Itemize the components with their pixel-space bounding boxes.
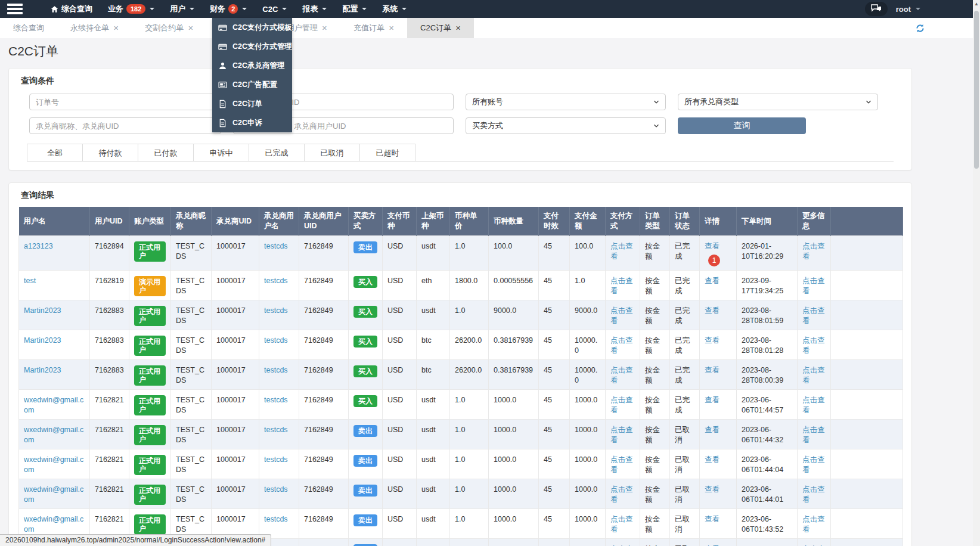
username-link[interactable]: Martin2023 (24, 306, 61, 315)
pay-method-link[interactable]: 点击查看 (610, 277, 633, 295)
more-info-link[interactable]: 点击查看 (802, 336, 825, 355)
hamburger-menu-icon[interactable] (0, 0, 27, 18)
more-info-link[interactable]: 点击查看 (802, 426, 825, 444)
scrollbar-thumb[interactable] (974, 11, 979, 169)
pay-method-link[interactable]: 点击查看 (610, 396, 633, 414)
acceptor-username-link[interactable]: testcds (264, 242, 288, 250)
nav-item-summary[interactable]: 综合查询 (43, 0, 100, 18)
pay-method-link[interactable]: 点击查看 (610, 306, 633, 325)
tab-summary[interactable]: 综合查询 (0, 18, 57, 38)
detail-link[interactable]: 查看 (705, 336, 720, 345)
vertical-scrollbar[interactable]: ▲ (973, 0, 980, 546)
username-link[interactable]: wxedwin@gmail.com (24, 396, 83, 414)
nav-item-business[interactable]: 业务182 (100, 0, 162, 18)
status-tab-pending-pay[interactable]: 待付款 (82, 144, 138, 161)
status-tab-cancelled[interactable]: 已取消 (304, 144, 360, 161)
username-link[interactable]: Martin2023 (24, 336, 61, 345)
acceptor-username-link[interactable]: testcds (264, 426, 288, 434)
menu-item-c2c-ad-config[interactable]: C2C广告配置 (212, 75, 292, 94)
acceptor-username-link[interactable]: testcds (264, 515, 288, 523)
menu-item-c2c-appeal[interactable]: C2C申诉 (212, 113, 292, 132)
detail-link[interactable]: 查看 (705, 515, 720, 523)
acceptor-type-select[interactable]: 所有承兑商类型 (678, 94, 878, 110)
more-info-link[interactable]: 点击查看 (802, 242, 825, 260)
close-icon[interactable]: ✕ (322, 24, 327, 32)
menu-item-c2c-orders[interactable]: C2C订单 (212, 94, 292, 113)
nav-item-finance[interactable]: 财务2 (202, 0, 255, 18)
menu-item-c2c-acceptor-manage[interactable]: C2C承兑商管理 (212, 56, 292, 75)
nav-item-report[interactable]: 报表 (294, 0, 334, 18)
more-info-link[interactable]: 点击查看 (802, 277, 825, 295)
detail-link[interactable]: 查看 (705, 485, 720, 494)
status-tab-completed[interactable]: 已完成 (249, 144, 305, 161)
pay-method-link[interactable]: 点击查看 (610, 366, 633, 384)
acceptor-username-link[interactable]: testcds (264, 306, 288, 315)
close-icon[interactable]: ✕ (389, 24, 394, 32)
acceptor-username-link[interactable]: testcds (264, 455, 288, 464)
pay-method-link[interactable]: 点击查看 (610, 336, 633, 355)
detail-link[interactable]: 查看 (705, 455, 720, 464)
tab-delivery-contracts[interactable]: 交割合约单✕ (132, 18, 206, 38)
close-icon[interactable]: ✕ (113, 24, 119, 32)
menu-item-c2c-pay-template[interactable]: C2C支付方式模板 (212, 18, 292, 37)
close-icon[interactable]: ✕ (455, 24, 461, 32)
more-info-link[interactable]: 点击查看 (802, 485, 825, 504)
detail-link[interactable]: 查看 (705, 306, 720, 315)
more-info-link[interactable]: 点击查看 (802, 455, 825, 474)
search-button[interactable]: 查询 (678, 117, 806, 134)
more-info-link[interactable]: 点击查看 (802, 396, 825, 414)
more-info-link[interactable]: 点击查看 (802, 366, 825, 384)
username-link[interactable]: wxedwin@gmail.com (24, 485, 83, 504)
detail-link[interactable]: 查看 (705, 396, 720, 404)
detail-link[interactable]: 查看 (705, 277, 720, 285)
tab-deposit-orders[interactable]: 充值订单✕ (340, 18, 407, 38)
file-icon (218, 100, 227, 108)
pay-method-link[interactable]: 点击查看 (610, 242, 633, 260)
pay-method-link[interactable]: 点击查看 (610, 455, 633, 474)
tab-perpetual-positions[interactable]: 永续持仓单✕ (57, 18, 132, 38)
menu-item-c2c-pay-manage[interactable]: C2C支付方式管理 (212, 37, 292, 56)
cell-more-info: 点击查看 (798, 271, 831, 300)
account-select[interactable]: 所有账号 (466, 94, 666, 110)
cell-order-time: 2023-08-28T08:01:28 (737, 330, 798, 360)
close-icon[interactable]: ✕ (188, 24, 193, 32)
tab-c2c-orders[interactable]: C2C订单✕ (407, 18, 474, 38)
account-select-value: 所有账号 (472, 97, 503, 107)
cell-listed-currency: usdt (417, 236, 450, 271)
acceptor-input[interactable] (29, 117, 221, 134)
chat-button[interactable] (865, 2, 888, 16)
user-menu[interactable]: root (896, 5, 920, 14)
acceptor-username-link[interactable]: testcds (264, 277, 288, 285)
nav-item-c2c[interactable]: C2C (255, 0, 294, 18)
status-tab-all[interactable]: 全部 (27, 144, 83, 161)
acceptor-username-link[interactable]: testcds (264, 366, 288, 374)
detail-link[interactable]: 查看 (705, 366, 720, 374)
pay-method-link[interactable]: 点击查看 (610, 426, 633, 444)
user-icon (218, 61, 227, 70)
username-link[interactable]: Martin2023 (24, 366, 61, 374)
side-select[interactable]: 买卖方式 (466, 117, 666, 134)
username-link[interactable]: wxedwin@gmail.com (24, 455, 83, 474)
nav-item-system[interactable]: 系统 (374, 0, 414, 18)
order-no-input[interactable] (29, 94, 221, 110)
more-info-link[interactable]: 点击查看 (802, 306, 825, 325)
refresh-icon[interactable] (915, 23, 925, 35)
acceptor-username-link[interactable]: testcds (264, 396, 288, 404)
username-link[interactable]: test (24, 277, 36, 285)
more-info-link[interactable]: 点击查看 (802, 515, 825, 533)
acceptor-username-link[interactable]: testcds (264, 336, 288, 345)
detail-link[interactable]: 查看 (705, 426, 720, 434)
username-link[interactable]: wxedwin@gmail.com (24, 426, 83, 444)
username-link[interactable]: wxedwin@gmail.com (24, 515, 83, 533)
status-tab-appealing[interactable]: 申诉中 (193, 144, 249, 161)
acceptor-username-link[interactable]: testcds (264, 485, 288, 494)
detail-link[interactable]: 查看 (705, 242, 720, 250)
username-link[interactable]: a123123 (24, 242, 53, 250)
pay-method-link[interactable]: 点击查看 (610, 515, 633, 533)
pay-method-link[interactable]: 点击查看 (610, 485, 633, 504)
nav-item-config[interactable]: 配置 (334, 0, 374, 18)
scrollbar-up-arrow-icon[interactable]: ▲ (973, 0, 980, 8)
status-tab-timeout[interactable]: 已超时 (359, 144, 415, 161)
nav-item-user[interactable]: 用户 (162, 0, 202, 18)
status-tab-paid[interactable]: 已付款 (138, 144, 194, 161)
